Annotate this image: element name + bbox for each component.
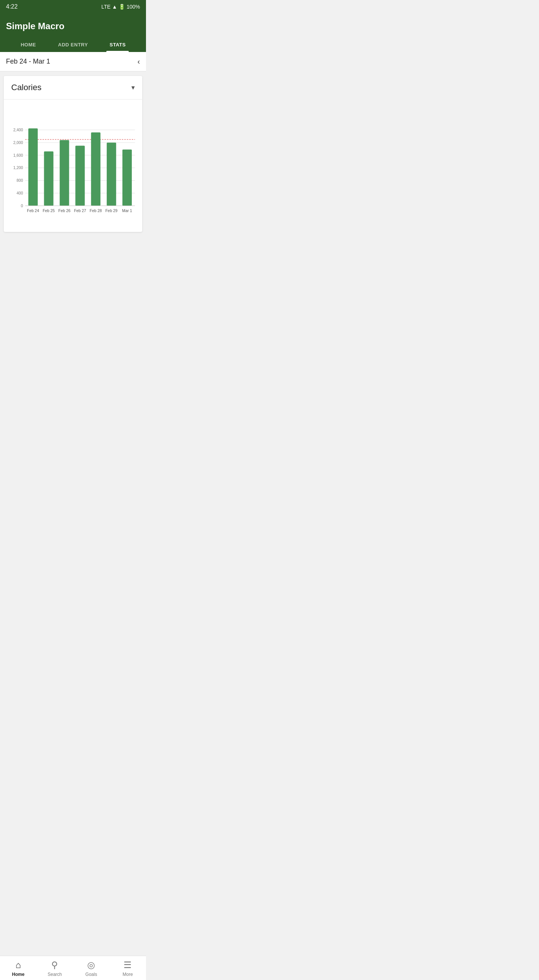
svg-text:1,200: 1,200: [13, 166, 23, 170]
battery-icon: 🔋: [119, 4, 125, 10]
status-bar: 4:22 LTE ▲ 🔋 100%: [0, 0, 146, 13]
battery-percent: 100%: [126, 4, 140, 10]
svg-text:Feb 29: Feb 29: [105, 209, 118, 213]
svg-text:Feb 24: Feb 24: [27, 209, 39, 213]
main-content: Feb 24 - Mar 1 ‹ Calories ▾ 04008001,200…: [0, 52, 146, 266]
svg-text:Feb 25: Feb 25: [43, 209, 55, 213]
status-icons: LTE ▲ 🔋 100%: [101, 4, 140, 10]
svg-rect-15: [29, 128, 38, 206]
chart-area: 04008001,2001,6002,0002,400Feb 24Feb 25F…: [4, 100, 142, 232]
svg-text:Feb 27: Feb 27: [74, 209, 86, 213]
svg-rect-25: [107, 143, 116, 206]
bar-chart: 04008001,2001,6002,0002,400Feb 24Feb 25F…: [8, 107, 139, 227]
tab-add-entry[interactable]: ADD ENTRY: [51, 37, 95, 52]
svg-text:Mar 1: Mar 1: [122, 209, 132, 213]
svg-text:800: 800: [16, 178, 23, 183]
chart-selector-label: Calories: [11, 83, 41, 92]
svg-text:Feb 28: Feb 28: [90, 209, 102, 213]
app-title: Simple Macro: [6, 18, 140, 37]
svg-text:400: 400: [16, 191, 23, 195]
date-range-text: Feb 24 - Mar 1: [6, 57, 50, 65]
svg-text:1,600: 1,600: [13, 153, 23, 158]
dropdown-arrow-icon: ▾: [131, 83, 135, 92]
status-time: 4:22: [6, 3, 18, 10]
chart-selector-dropdown[interactable]: Calories ▾: [4, 76, 142, 100]
svg-rect-17: [44, 151, 54, 206]
date-range-bar: Feb 24 - Mar 1 ‹: [0, 52, 146, 72]
svg-text:Feb 26: Feb 26: [58, 209, 71, 213]
svg-text:2,000: 2,000: [13, 141, 23, 145]
svg-text:0: 0: [21, 204, 23, 208]
app-header: Simple Macro HOME ADD ENTRY STATS: [0, 13, 146, 52]
signal-icon: ▲: [112, 4, 117, 10]
chart-card: Calories ▾ 04008001,2001,6002,0002,400Fe…: [4, 76, 142, 232]
svg-rect-27: [123, 150, 132, 206]
svg-text:2,400: 2,400: [13, 128, 23, 132]
tab-bar: HOME ADD ENTRY STATS: [6, 37, 140, 52]
back-arrow-button[interactable]: ‹: [137, 57, 140, 66]
svg-rect-19: [59, 140, 69, 206]
svg-rect-23: [91, 132, 100, 206]
lte-icon: LTE: [101, 4, 111, 10]
tab-stats[interactable]: STATS: [96, 37, 140, 52]
svg-rect-21: [75, 146, 85, 206]
tab-home[interactable]: HOME: [6, 37, 51, 52]
